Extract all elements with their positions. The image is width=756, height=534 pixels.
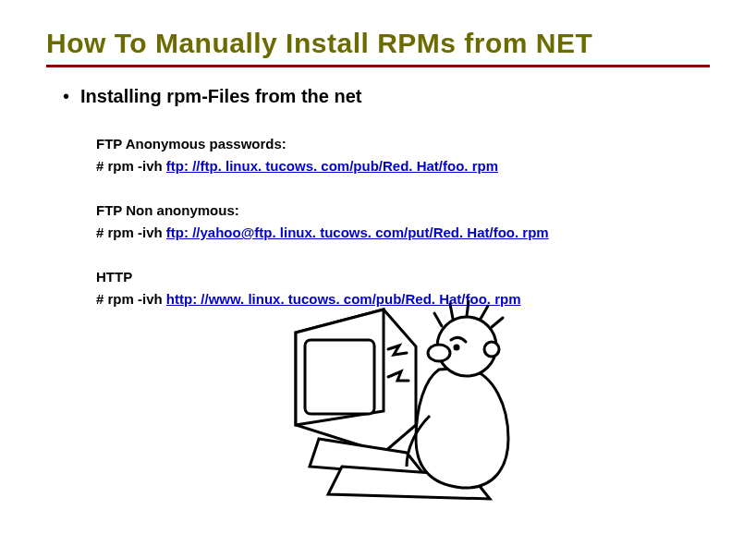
command-prefix: # rpm -ivh: [96, 291, 166, 307]
command-prefix: # rpm -ivh: [96, 225, 166, 240]
section-ftp-anon: FTP Anonymous passwords: # rpm -ivh ftp:…: [96, 133, 710, 177]
svg-point-3: [428, 345, 450, 361]
section-label: FTP Anonymous passwords:: [96, 133, 710, 155]
svg-point-2: [484, 342, 499, 357]
section-ftp-nonanon: FTP Non anonymous: # rpm -ivh ftp: //yah…: [96, 200, 710, 244]
cartoon-illustration: [277, 268, 518, 508]
section-label: FTP Non anonymous:: [96, 200, 710, 222]
slide-title: How To Manually Install RPMs from NET: [46, 28, 710, 59]
svg-point-4: [455, 346, 458, 349]
command-prefix: # rpm -ivh: [96, 158, 166, 174]
bullet-text: Installing rpm-Files from the net: [80, 86, 361, 107]
bullet-dot: •: [63, 86, 69, 106]
ftp-nonanon-url[interactable]: ftp: //yahoo@ftp. linux. tucows. com/put…: [166, 225, 549, 240]
title-underline: [46, 65, 710, 67]
svg-rect-0: [305, 340, 374, 414]
ftp-anon-url[interactable]: ftp: //ftp. linux. tucows. com/pub/Red. …: [166, 158, 498, 174]
bullet-item: • Installing rpm-Files from the net: [63, 86, 710, 107]
